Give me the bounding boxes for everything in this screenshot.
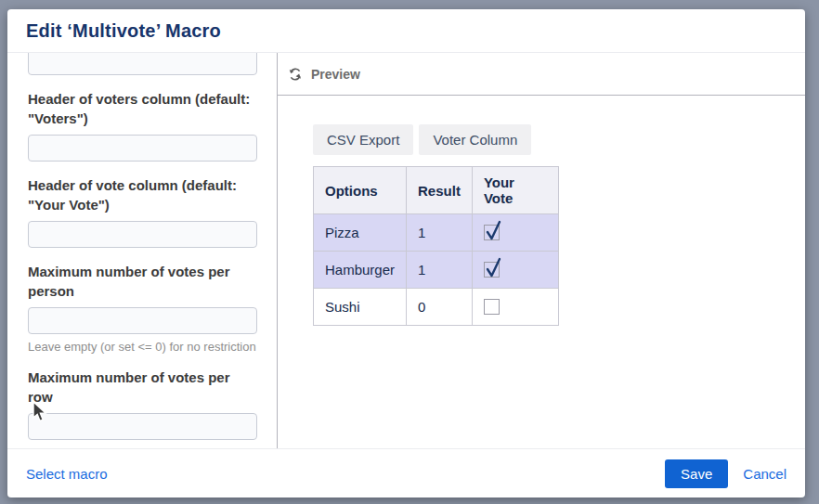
vote-checkbox-checked[interactable] [484,225,500,240]
result-cell: 0 [407,289,473,326]
edit-macro-dialog: Edit ‘Multivote’ Macro Header of voters … [7,9,805,498]
column-header-your-vote: Your Vote [472,167,558,214]
vote-checkbox-checked[interactable] [484,262,500,278]
dialog-header: Edit ‘Multivote’ Macro [7,9,805,53]
vote-cell [472,289,558,326]
voter-column-button[interactable]: Voter Column [419,124,531,155]
footer-actions: Save Cancel [665,459,786,488]
table-row-pizza: Pizza 1 [314,214,559,252]
vote-cell [472,252,558,289]
vote-checkbox-unchecked[interactable] [484,299,500,315]
table-row-sushi: Sushi 0 [314,289,559,326]
preview-header: Preview [278,53,805,96]
vote-results-table: Options Result Your Vote Pizza 1 [313,166,559,326]
preview-panel: Preview CSV Export Voter Column Options … [278,53,805,448]
dialog-title: Edit ‘Multivote’ Macro [26,20,221,42]
preview-toolbar: CSV Export Voter Column [313,124,805,155]
option-cell: Hamburger [314,252,407,289]
dialog-body: Header of voters column (default: "Voter… [7,53,805,448]
vote-header-input[interactable] [28,221,257,248]
column-header-result: Result [407,167,473,214]
preview-content: CSV Export Voter Column Options Result Y… [278,96,805,326]
cancel-link[interactable]: Cancel [743,466,786,482]
option-cell: Sushi [314,289,407,326]
max-votes-person-input[interactable] [28,307,257,334]
option-cell: Pizza [314,214,407,252]
dialog-footer: Select macro Save Cancel [7,448,805,498]
field-label-vote-header: Header of vote column (default: "Your Vo… [28,175,257,214]
vote-cell [472,214,558,252]
preview-title: Preview [311,67,360,82]
field-label-voters-header: Header of voters column (default: "Voter… [28,89,257,128]
result-cell: 1 [407,214,473,252]
table-row-hamburger: Hamburger 1 [314,252,559,289]
result-cell: 1 [407,252,473,289]
field-input-clipped[interactable] [28,53,257,75]
macro-params-panel[interactable]: Header of voters column (default: "Voter… [7,53,277,448]
field-helper-max-votes-row: Leave empty (or set <= 0) for no restric… [28,446,257,449]
save-button[interactable]: Save [665,459,728,488]
column-header-options: Options [314,167,407,214]
refresh-icon[interactable] [288,67,303,82]
max-votes-row-input[interactable] [28,413,257,440]
field-helper-max-votes-person: Leave empty (or set <= 0) for no restric… [28,340,257,354]
voters-header-input[interactable] [28,135,257,162]
field-label-max-votes-row: Maximum number of votes per row [28,368,257,407]
field-label-max-votes-person: Maximum number of votes per person [28,262,257,301]
table-header-row: Options Result Your Vote [314,167,559,214]
check-icon [486,219,502,241]
csv-export-button[interactable]: CSV Export [313,124,413,155]
select-macro-link[interactable]: Select macro [26,466,108,482]
check-icon [486,256,502,278]
